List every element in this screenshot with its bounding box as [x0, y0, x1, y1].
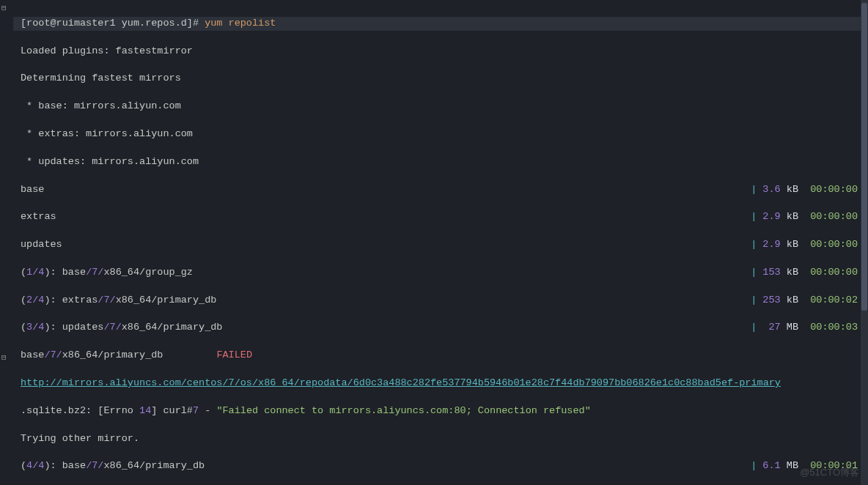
fold-icon[interactable]: ⊟	[1, 352, 7, 363]
output-line: * extras: mirrors.aliyun.com	[21, 127, 862, 141]
output-line: * updates: mirrors.aliyun.com	[21, 155, 862, 169]
download-line: updates| 2.9 kB 00:00:00	[21, 238, 862, 252]
command-line[interactable]: [root@ruimaster1 yum.repos.d]# yum repol…	[13, 17, 862, 31]
output-line: Determining fastest mirrors	[21, 72, 862, 86]
output-line: Loaded plugins: fastestmirror	[21, 45, 862, 59]
download-line: (4/4): base/7/x86_64/primary_db| 6.1 MB …	[21, 459, 862, 473]
url-line: http://mirrors.aliyuncs.com/centos/7/os/…	[21, 377, 862, 390]
failed-line: base/7/x86_64/primary_db FAILED	[21, 349, 862, 363]
fold-icon[interactable]: ⊟	[1, 3, 7, 14]
error-line: .sqlite.bz2: [Errno 14] curl#7 - "Failed…	[21, 404, 862, 418]
download-line: (1/4): base/7/x86_64/group_gz| 153 kB 00…	[21, 266, 862, 280]
watermark: @51CTO博客	[800, 466, 859, 479]
output-line: * base: mirrors.aliyun.com	[21, 100, 862, 114]
download-line: (2/4): extras/7/x86_64/primary_db| 253 k…	[21, 294, 862, 308]
output-line: Trying other mirror.	[21, 432, 862, 446]
terminal-output: [root@ruimaster1 yum.repos.d]# yum repol…	[0, 0, 868, 485]
download-line: base| 3.6 kB 00:00:00	[21, 183, 862, 197]
shell-prompt: [root@ruimaster1 yum.repos.d]#	[21, 18, 205, 29]
scrollbar[interactable]	[861, 0, 868, 485]
editor-gutter: ⊟ ⊟	[0, 0, 12, 485]
command: yum repolist	[205, 18, 276, 29]
download-line: extras| 2.9 kB 00:00:00	[21, 210, 862, 224]
download-line: (3/4): updates/7/x86_64/primary_db| 27 M…	[21, 321, 862, 335]
scrollbar-thumb[interactable]	[861, 3, 867, 311]
